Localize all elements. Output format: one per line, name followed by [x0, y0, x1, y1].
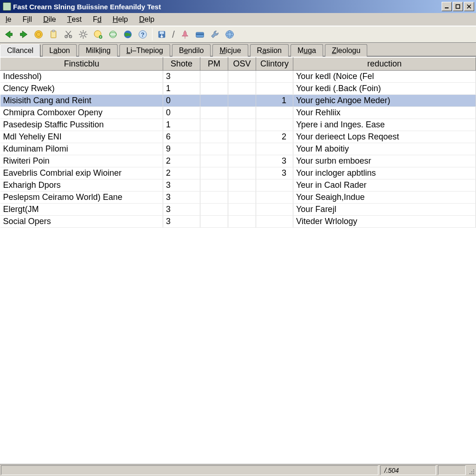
cell[interactable]: 3 — [163, 204, 200, 216]
table-row[interactable]: Exharigh Dpors3Yeur in Caol Rader — [0, 179, 476, 192]
table-row[interactable]: Eavebrlis Combrial exip Wioiner23Your in… — [0, 167, 476, 179]
cell[interactable] — [256, 179, 293, 192]
settings-button[interactable] — [76, 27, 90, 41]
save-button[interactable] — [155, 27, 169, 41]
header-shote[interactable]: Shote — [163, 58, 200, 71]
table-row[interactable]: Elergt(JM3Your Farejl — [0, 204, 476, 216]
cell[interactable] — [200, 107, 228, 119]
forward-button[interactable] — [17, 27, 31, 41]
cell[interactable]: Your M aboitiy — [293, 143, 476, 155]
cell[interactable] — [256, 107, 293, 119]
cell[interactable] — [200, 155, 228, 167]
cell[interactable]: Indesshol) — [0, 71, 163, 83]
menu-item-6[interactable]: Delp — [133, 13, 160, 26]
help-button[interactable]: ? — [136, 27, 150, 41]
cell[interactable] — [256, 192, 293, 204]
cell[interactable]: Mdl Yeheliy ENI — [0, 131, 163, 143]
cell[interactable]: Ypere i and Inges. Ease — [293, 119, 476, 131]
tab-4[interactable]: Bendilo — [172, 44, 211, 57]
cell[interactable]: Kduminam Pilomi — [0, 143, 163, 155]
cell[interactable]: 0 — [163, 107, 200, 119]
cell[interactable] — [228, 131, 256, 143]
cell[interactable] — [256, 216, 293, 228]
cell[interactable] — [228, 179, 256, 192]
cell[interactable]: Riwiteri Poin — [0, 155, 163, 167]
table-row[interactable]: Riwiteri Poin23Your surbn emboesr — [0, 155, 476, 167]
cell[interactable]: Viteder Wrlology — [293, 216, 476, 228]
cell[interactable] — [228, 107, 256, 119]
cell[interactable]: Misisith Cang and Reint — [0, 95, 163, 107]
menu-item-1[interactable]: Fill — [17, 13, 37, 26]
tab-5[interactable]: Micjue — [212, 44, 248, 57]
minimize-button[interactable] — [442, 2, 452, 11]
cell[interactable]: 1 — [163, 119, 200, 131]
cell[interactable]: Your kedi (.Back (Foin) — [293, 83, 476, 95]
world-button[interactable] — [223, 27, 237, 41]
table-row[interactable]: Pasedesip Staffic Pussition1Ypere i and … — [0, 119, 476, 131]
tab-6[interactable]: Rasiion — [250, 44, 289, 57]
cell[interactable]: Your kedl (Noice (Fel — [293, 71, 476, 83]
card-button[interactable] — [193, 27, 207, 41]
cell[interactable]: 3 — [256, 155, 293, 167]
cell[interactable] — [256, 83, 293, 95]
cell[interactable]: 1 — [256, 95, 293, 107]
tack-button[interactable] — [178, 27, 192, 41]
table-row[interactable]: Indesshol)3Your kedl (Noice (Fel — [0, 71, 476, 83]
cell[interactable]: 6 — [163, 131, 200, 143]
cell[interactable]: Your derieect Lops Reqoest — [293, 131, 476, 143]
clipboard-button[interactable] — [46, 27, 60, 41]
cell[interactable]: 9 — [163, 143, 200, 155]
header-reduction[interactable]: reduction — [293, 58, 476, 71]
table-row[interactable]: Chmipra Comboxer Openy0Your Rehliix — [0, 107, 476, 119]
cell[interactable]: 1 — [163, 83, 200, 95]
table-row[interactable]: Clency Rwek)1Your kedi (.Back (Foin) — [0, 83, 476, 95]
cell[interactable] — [200, 167, 228, 179]
cell[interactable]: Your Seaigh,Indue — [293, 192, 476, 204]
cell[interactable]: Eavebrlis Combrial exip Wioiner — [0, 167, 163, 179]
tab-3[interactable]: Li–Thepiog — [119, 44, 170, 57]
back-button[interactable] — [2, 27, 16, 41]
menu-item-5[interactable]: Help — [107, 13, 133, 26]
tab-8[interactable]: Zleologu — [325, 44, 367, 57]
menu-item-2[interactable]: Dile — [38, 13, 62, 26]
tab-1[interactable]: Labon — [42, 44, 77, 57]
resize-grip[interactable] — [467, 464, 476, 476]
cell[interactable] — [200, 71, 228, 83]
cell[interactable]: Social Opers — [0, 216, 163, 228]
header-osv[interactable]: OSV — [228, 58, 256, 71]
cell[interactable]: Exharigh Dpors — [0, 179, 163, 192]
cell[interactable] — [200, 143, 228, 155]
cell[interactable] — [228, 119, 256, 131]
cell[interactable] — [200, 119, 228, 131]
cell[interactable] — [228, 192, 256, 204]
cell[interactable] — [200, 192, 228, 204]
menu-item-0[interactable]: le — [0, 13, 17, 26]
header-name[interactable]: Finsticblu — [0, 58, 163, 71]
cell[interactable]: Your gehic Angoe Meder) — [293, 95, 476, 107]
cell[interactable]: Your Farejl — [293, 204, 476, 216]
cell[interactable]: Peslepsm Ceiramo World) Eane — [0, 192, 163, 204]
cell[interactable] — [228, 83, 256, 95]
cell[interactable] — [200, 131, 228, 143]
cell[interactable] — [228, 95, 256, 107]
cell[interactable]: 3 — [163, 216, 200, 228]
cell[interactable]: 3 — [163, 179, 200, 192]
cell[interactable]: 2 — [256, 131, 293, 143]
globe-button[interactable] — [121, 27, 135, 41]
cell[interactable] — [256, 71, 293, 83]
cell[interactable]: 3 — [256, 167, 293, 179]
add-user-button[interactable] — [91, 27, 105, 41]
cell[interactable] — [256, 143, 293, 155]
table-row[interactable]: Mdl Yeheliy ENI62Your derieect Lops Reqo… — [0, 131, 476, 143]
cell[interactable] — [228, 143, 256, 155]
cell[interactable]: 3 — [163, 192, 200, 204]
cell[interactable]: Your incloger apbtlins — [293, 167, 476, 179]
cell[interactable] — [200, 95, 228, 107]
cell[interactable]: Your Rehliix — [293, 107, 476, 119]
table-row[interactable]: Social Opers3Viteder Wrlology — [0, 216, 476, 228]
cell[interactable]: 0 — [163, 95, 200, 107]
cell[interactable] — [200, 179, 228, 192]
cell[interactable] — [228, 204, 256, 216]
cell[interactable]: 2 — [163, 155, 200, 167]
menu-item-3[interactable]: Test — [62, 13, 87, 26]
